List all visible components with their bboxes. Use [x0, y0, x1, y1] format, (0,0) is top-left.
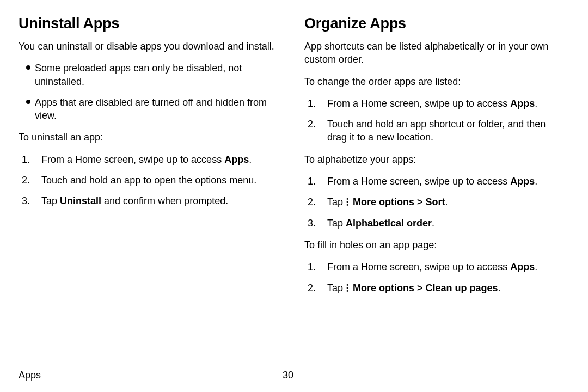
list-item: From a Home screen, swipe up to access A… — [19, 153, 280, 166]
uninstall-lead: To uninstall an app: — [19, 131, 280, 144]
bold-text: Uninstall — [60, 195, 101, 206]
step-text: From a Home screen, swipe up to access — [41, 154, 224, 165]
bold-text: More options — [353, 283, 414, 293]
bold-text: Sort — [426, 197, 445, 207]
list-item: Apps that are disabled are turned off an… — [19, 96, 280, 122]
svg-point-1 — [347, 201, 348, 203]
step-text: . — [249, 154, 252, 165]
footer-section: Apps — [19, 370, 41, 381]
step-text: From a Home screen, swipe up to access — [327, 98, 510, 109]
step-text: Tap — [41, 195, 60, 206]
organize-steps-fill: From a Home screen, swipe up to access A… — [304, 260, 566, 295]
organize-apps-heading: Organize Apps — [304, 15, 566, 32]
svg-point-5 — [347, 290, 348, 292]
bold-text: > — [414, 283, 426, 293]
step-text: . — [432, 218, 434, 229]
step-text: From a Home screen, swipe up to access — [327, 261, 510, 272]
organize-lead-order: To change the order apps are listed: — [304, 75, 566, 88]
bold-text: Alphabetical order — [346, 218, 432, 229]
list-item: Touch and hold an app to open the option… — [19, 174, 280, 187]
list-item: From a Home screen, swipe up to access A… — [304, 97, 566, 110]
footer-page-number: 30 — [283, 370, 293, 381]
bold-text: Apps — [510, 98, 535, 109]
uninstall-apps-heading: Uninstall Apps — [19, 15, 280, 32]
step-text: . — [535, 98, 537, 109]
bold-text: More options — [353, 197, 414, 207]
left-column: Uninstall Apps You can uninstall or disa… — [19, 15, 280, 366]
bold-text: Apps — [510, 176, 535, 187]
bold-text: Clean up pages — [426, 283, 498, 293]
page-footer: Apps 30 — [19, 366, 566, 381]
uninstall-steps: From a Home screen, swipe up to access A… — [19, 153, 280, 208]
list-item: From a Home screen, swipe up to access A… — [304, 175, 566, 188]
step-text: and confirm when prompted. — [101, 195, 228, 206]
step-text: . — [498, 283, 501, 293]
list-item: Tap Alphabetical order. — [304, 217, 566, 230]
svg-point-2 — [347, 204, 348, 206]
bold-text: Apps — [224, 154, 249, 165]
step-text: . — [535, 176, 537, 187]
list-item: Tap More options > Sort. — [304, 195, 566, 209]
uninstall-notes-list: Some preloaded apps can only be disabled… — [19, 62, 280, 122]
more-options-icon — [346, 284, 349, 292]
svg-point-0 — [347, 198, 348, 200]
bold-text: Apps — [510, 261, 535, 272]
organize-lead-alpha: To alphabetize your apps: — [304, 153, 566, 166]
step-text: From a Home screen, swipe up to access — [327, 176, 510, 187]
list-item: Touch and hold an app shortcut or folder… — [304, 118, 566, 144]
list-item: From a Home screen, swipe up to access A… — [304, 260, 566, 273]
step-text: Tap — [327, 197, 346, 207]
page: Uninstall Apps You can uninstall or disa… — [0, 0, 588, 392]
organize-intro: App shortcuts can be listed alphabetical… — [304, 40, 566, 66]
columns: Uninstall Apps You can uninstall or disa… — [19, 15, 566, 366]
list-item: Tap Uninstall and confirm when prompted. — [19, 194, 280, 207]
right-column: Organize Apps App shortcuts can be liste… — [304, 15, 566, 366]
svg-point-3 — [347, 284, 348, 286]
organize-steps-order: From a Home screen, swipe up to access A… — [304, 97, 566, 144]
step-text: Tap — [327, 218, 346, 229]
svg-point-4 — [347, 287, 348, 289]
step-text: . — [445, 197, 448, 207]
organize-lead-fill: To fill in holes on an app page: — [304, 238, 566, 252]
bold-text: > — [414, 197, 426, 207]
list-item: Tap More options > Clean up pages. — [304, 281, 566, 295]
organize-steps-alpha: From a Home screen, swipe up to access A… — [304, 175, 566, 230]
uninstall-intro: You can uninstall or disable apps you do… — [19, 40, 280, 53]
step-text: Tap — [327, 283, 346, 293]
more-options-icon — [346, 198, 349, 206]
list-item: Some preloaded apps can only be disabled… — [19, 62, 280, 88]
step-text: . — [535, 261, 537, 272]
